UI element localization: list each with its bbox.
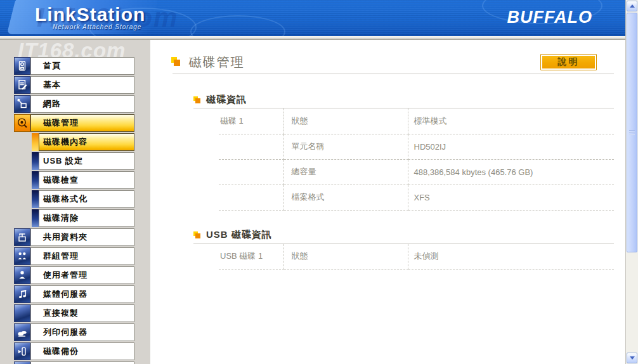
sidebar-item-label: 磁碟檢查 (39, 171, 134, 189)
row-label (219, 185, 283, 210)
attr-value: 488,386,584 kbytes (465.76 GB) (408, 159, 614, 185)
scroll-up-button[interactable] (627, 1, 637, 11)
home-icon (14, 57, 30, 75)
logo-subtitle: Network Attached Storage (53, 23, 145, 30)
section-bullet-icon (193, 96, 200, 103)
buffalo-logo: BUFFALO (507, 8, 593, 27)
linkstation-admin-page: IT168.com LinkStation Network Attached S… (0, 0, 638, 364)
sidebar-item-shared-folders[interactable]: 共用資料夾 (14, 228, 134, 246)
scroll-down-button[interactable] (627, 353, 637, 363)
print-server-icon (14, 323, 30, 341)
sidebar-item-disk-check[interactable]: 磁碟檢查 (14, 171, 134, 189)
sidebar-item-print-server[interactable]: 列印伺服器 (14, 323, 134, 341)
sidebar-item-label: 磁碟備份 (30, 342, 134, 360)
sidebar-item-media-server[interactable]: 媒體伺服器 (14, 285, 134, 303)
sidebar-item-label: 媒體伺服器 (30, 285, 134, 303)
sidebar-item-label: 共用資料夾 (30, 228, 134, 246)
sidebar-item-disk-management[interactable]: 磁碟管理 (14, 114, 134, 132)
sidebar-item-drive-properties[interactable]: 磁碟機內容 (14, 133, 134, 151)
title-divider (173, 74, 614, 74)
sidebar-item-label: 首頁 (30, 57, 134, 75)
attr-value: XFS (408, 185, 614, 210)
attr-value: 標準模式 (408, 108, 614, 134)
info-table: USB 磁碟 1狀態未偵測 (219, 244, 614, 270)
sidebar-menu: 首頁基本網路磁碟管理磁碟機內容USB 設定磁碟檢查磁碟格式化磁碟清除共用資料夾群… (14, 57, 134, 364)
logo-title: LinkStation (35, 4, 145, 25)
page-title: 磁碟管理 (188, 54, 244, 71)
media-server-icon (14, 285, 30, 303)
sidebar: IT168.com 首頁基本網路磁碟管理磁碟機內容USB 設定磁碟檢查磁碟格式化… (0, 40, 150, 364)
sidebar-item-group-management[interactable]: 群組管理 (14, 247, 134, 265)
submenu-indicator-bar (32, 209, 39, 227)
scrollbar-thumb[interactable] (627, 13, 637, 252)
info-table: 磁碟 1狀態標準模式單元名稱HD502IJ總容量488,386,584 kbyt… (219, 108, 614, 211)
section-title: USB 磁碟資訊 (206, 229, 272, 241)
attr-name: 總容量 (283, 159, 408, 185)
submenu-indicator-bar (32, 171, 39, 189)
table-row: 檔案格式XFS (219, 185, 614, 210)
info-sections: 磁碟資訊磁碟 1狀態標準模式單元名稱HD502IJ總容量488,386,584 … (150, 93, 625, 270)
page-title-bullet-icon (171, 57, 180, 66)
sidebar-item-label: 磁碟格式化 (39, 190, 134, 208)
section-disk-info: 磁碟資訊磁碟 1狀態標準模式單元名稱HD502IJ總容量488,386,584 … (150, 93, 625, 211)
page-title-row: 磁碟管理 說明 (171, 54, 615, 73)
linkstation-logo: LinkStation Network Attached Storage (35, 4, 145, 30)
header-swirl-decoration (190, 15, 285, 36)
disk-icon (14, 114, 30, 132)
sidebar-item-disk-backup[interactable]: 磁碟備份 (14, 342, 134, 360)
section-title: 磁碟資訊 (206, 94, 247, 106)
user-icon (14, 266, 30, 284)
chevron-down-icon (630, 356, 635, 360)
sidebar-item-direct-copy[interactable]: 直接複製 (14, 304, 134, 322)
row-label (219, 159, 283, 185)
sidebar-item-label: 使用者管理 (30, 266, 134, 284)
sidebar-item-label: 基本 (30, 76, 134, 94)
network-icon (14, 95, 30, 113)
sidebar-item-label: 磁碟機內容 (39, 133, 134, 151)
submenu-indicator-bar (32, 133, 39, 151)
app-header: IT168.com LinkStation Network Attached S… (0, 0, 625, 36)
sidebar-item-label: 網路 (30, 95, 134, 113)
sidebar-item-user-management[interactable]: 使用者管理 (14, 266, 134, 284)
sidebar-item-label (30, 361, 134, 364)
submenu-indicator-bar (32, 190, 39, 208)
table-row: USB 磁碟 1狀態未偵測 (219, 244, 614, 270)
section-bullet-icon (193, 231, 200, 238)
help-button[interactable]: 說明 (540, 54, 597, 70)
submenu-indicator-bar (32, 152, 39, 170)
section-header: 磁碟資訊 (193, 93, 625, 107)
attr-name: 狀態 (283, 108, 408, 134)
row-label: 磁碟 1 (219, 108, 283, 134)
direct-copy-icon (14, 304, 30, 322)
groups-icon (14, 247, 30, 265)
sidebar-item-label: 直接複製 (30, 304, 134, 322)
sidebar-item-network[interactable]: 網路 (14, 95, 134, 113)
sidebar-item-disk-erase[interactable]: 磁碟清除 (14, 209, 134, 227)
sidebar-item-label: 磁碟管理 (30, 114, 134, 132)
sidebar-item-disk-format[interactable]: 磁碟格式化 (14, 190, 134, 208)
attr-name: 單元名稱 (283, 134, 408, 159)
sidebar-item-partial-item[interactable] (14, 361, 134, 364)
attr-name: 狀態 (283, 244, 408, 270)
vertical-scrollbar[interactable] (625, 0, 638, 364)
table-row: 總容量488,386,584 kbytes (465.76 GB) (219, 159, 614, 185)
disk-backup-icon (14, 342, 30, 360)
partial-icon (14, 361, 30, 364)
row-label (219, 134, 283, 159)
attr-value: 未偵測 (408, 244, 614, 270)
sidebar-item-home[interactable]: 首頁 (14, 57, 134, 75)
document-icon (14, 76, 30, 94)
chevron-up-icon (630, 4, 635, 8)
attr-value: HD502IJ (408, 134, 614, 159)
shared-folder-icon (14, 228, 30, 246)
row-label: USB 磁碟 1 (219, 244, 283, 270)
sidebar-item-basic[interactable]: 基本 (14, 76, 134, 94)
sidebar-item-label: 磁碟清除 (39, 209, 134, 227)
sidebar-item-label: USB 設定 (39, 152, 134, 170)
table-row: 磁碟 1狀態標準模式 (219, 108, 614, 134)
section-usb-disk-info: USB 磁碟資訊USB 磁碟 1狀態未偵測 (150, 228, 625, 270)
sidebar-item-usb-settings[interactable]: USB 設定 (14, 152, 134, 170)
sidebar-item-label: 群組管理 (30, 247, 134, 265)
attr-name: 檔案格式 (283, 185, 408, 210)
section-header: USB 磁碟資訊 (193, 228, 625, 242)
